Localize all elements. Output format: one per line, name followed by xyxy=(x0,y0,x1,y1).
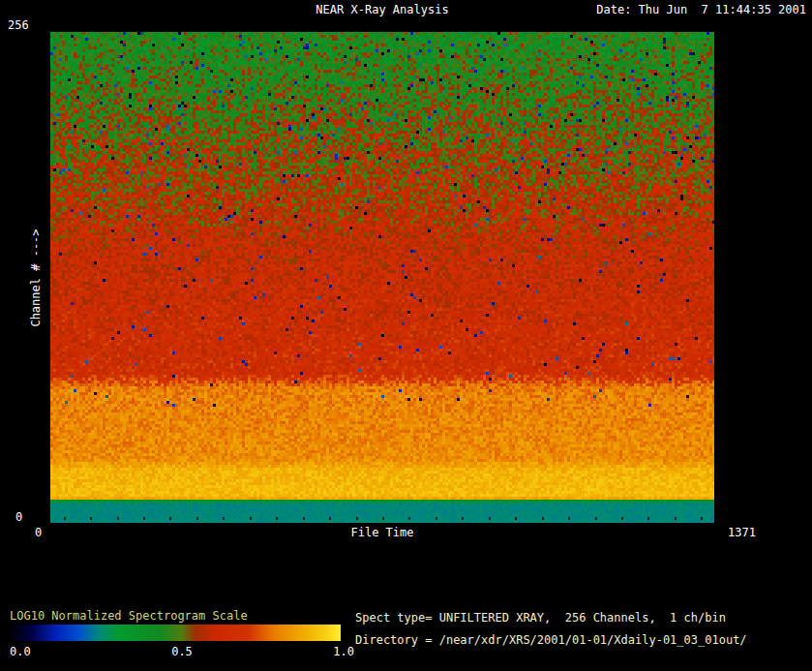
x-axis-min-label: 0 xyxy=(35,527,42,539)
colorbar-tick-mid: 0.5 xyxy=(171,645,193,658)
y-axis-title: Channel # ---> xyxy=(27,32,45,523)
colorbar-tick-min: 0.0 xyxy=(10,645,31,658)
spectrogram-canvas xyxy=(50,32,714,523)
colorbar-tick-max: 1.0 xyxy=(333,645,354,658)
y-axis-min-label: 0 xyxy=(15,511,22,524)
colorbar-title: LOG10 Normalized Spectrogram Scale xyxy=(10,610,248,623)
colorbar-ticks: 0.0 0.5 1.0 xyxy=(10,645,354,658)
colorbar-gradient xyxy=(10,625,341,641)
spect-type-label: Spect type= UNFILTERED XRAY, 256 Channel… xyxy=(355,612,726,625)
directory-label: Directory = /near/xdr/XRS/2001/01-01/Xda… xyxy=(355,634,747,647)
y-axis-max-label: 256 xyxy=(8,19,29,32)
y-axis-title-text: Channel # ---> xyxy=(29,229,43,326)
x-axis-max-label: 1371 xyxy=(728,527,756,539)
x-axis-title: File Time xyxy=(50,527,714,539)
date-label: Date: Thu Jun 7 11:44:35 2001 xyxy=(596,4,806,16)
